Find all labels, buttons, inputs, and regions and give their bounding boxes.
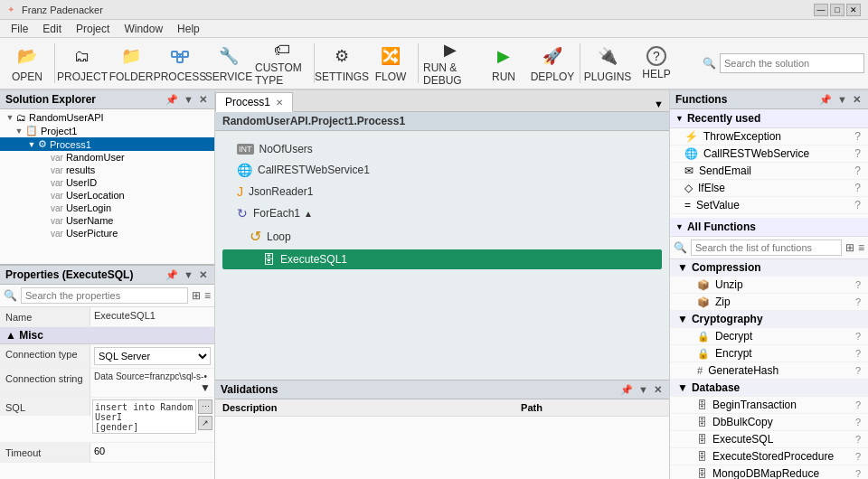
help-icon[interactable]: ?: [855, 399, 861, 410]
help-icon[interactable]: ?: [854, 182, 861, 194]
category-cryptography[interactable]: ▼ Cryptography: [670, 311, 868, 328]
tree-item-userlocation[interactable]: var UserLocation: [0, 189, 214, 202]
help-icon[interactable]: ?: [854, 130, 861, 143]
folder-button[interactable]: 📁 FOLDER: [108, 40, 155, 87]
tree-item-userid[interactable]: var UserID: [0, 176, 214, 189]
menu-window[interactable]: Window: [117, 21, 170, 37]
sort-icon[interactable]: ⊞: [192, 289, 201, 302]
func-begintransaction[interactable]: 🗄 BeginTransaction ?: [670, 397, 868, 414]
category-compression[interactable]: ▼ Compression: [670, 259, 868, 277]
func-executestoredprocedure[interactable]: 🗄 ExecuteStoredProcedure ?: [670, 448, 868, 465]
sql-edit-btn[interactable]: ⋯: [198, 399, 212, 414]
process-button[interactable]: PROCESS: [156, 40, 203, 87]
all-functions-header[interactable]: ▼ All Functions: [670, 218, 868, 237]
connection-type-select[interactable]: SQL Server MySQL Oracle SQLite: [94, 347, 211, 365]
func-sendemail[interactable]: ✉ SendEmail ?: [670, 163, 868, 180]
prop-value-timeout[interactable]: [90, 443, 214, 462]
func-ifelse[interactable]: ◇ IfElse ?: [670, 180, 868, 197]
prop-value-connection-type[interactable]: SQL Server MySQL Oracle SQLite: [90, 344, 214, 368]
pin-btn[interactable]: 📌: [618, 384, 635, 396]
tree-item-results[interactable]: var results: [0, 164, 214, 176]
func-decrypt[interactable]: 🔒 Decrypt ?: [670, 328, 868, 345]
prop-section-misc[interactable]: ▲ Misc: [0, 327, 214, 344]
menu-project[interactable]: Project: [69, 21, 117, 37]
service-button[interactable]: 🔧 SERVICE: [205, 40, 252, 87]
help-icon[interactable]: ?: [855, 468, 861, 479]
collapse-btn[interactable]: ▼: [835, 94, 849, 106]
pin-btn[interactable]: 📌: [164, 269, 180, 281]
func-encrypt[interactable]: 🔒 Encrypt ?: [670, 345, 868, 362]
property-search-input[interactable]: [21, 287, 188, 304]
functions-search-input[interactable]: [691, 240, 842, 256]
func-executesql[interactable]: 🗄 ExecuteSQL ?: [670, 431, 868, 448]
func-generatehash[interactable]: # GenerateHash ?: [670, 362, 868, 380]
tree-item-userlogin[interactable]: var UserLogin: [0, 202, 214, 214]
close-panel-btn[interactable]: ✕: [652, 384, 664, 396]
open-button[interactable]: 📂 OPEN: [4, 40, 51, 87]
close-btn[interactable]: ✕: [846, 4, 861, 16]
help-icon[interactable]: ?: [855, 331, 861, 342]
search-input[interactable]: [720, 53, 864, 73]
help-icon[interactable]: ?: [855, 451, 861, 462]
custom-type-button[interactable]: 🏷 CUSTOM TYPE: [254, 40, 310, 87]
sql-expand-btn[interactable]: ↗: [198, 416, 212, 430]
run-button[interactable]: ▶ RUN: [480, 40, 527, 87]
sort-icon[interactable]: ⊞: [845, 241, 854, 254]
node-noofusers[interactable]: INT NoOfUsers: [222, 140, 662, 158]
help-icon[interactable]: ?: [855, 417, 861, 427]
deploy-button[interactable]: 🚀 DEPLOY: [529, 40, 576, 87]
tab-process1[interactable]: Process1 ✕: [215, 92, 293, 112]
close-panel-btn[interactable]: ✕: [197, 94, 209, 106]
func-callrestwebservice[interactable]: 🌐 CallRESTWebService ?: [670, 146, 868, 163]
filter-icon[interactable]: ≡: [204, 289, 211, 302]
minimize-btn[interactable]: —: [814, 4, 828, 16]
close-panel-btn[interactable]: ✕: [851, 94, 863, 106]
close-panel-btn[interactable]: ✕: [197, 269, 209, 281]
collapse-btn[interactable]: ▼: [182, 94, 195, 106]
func-throwexception[interactable]: ⚡ ThrowException ?: [670, 128, 868, 146]
node-loop[interactable]: ↺ Loop: [222, 225, 662, 248]
collapse-btn[interactable]: ▼: [182, 269, 195, 281]
tree-item-username[interactable]: var UserName: [0, 214, 214, 227]
pin-btn[interactable]: 📌: [817, 94, 834, 106]
tab-close-btn[interactable]: ✕: [276, 98, 283, 108]
node-executesql[interactable]: 🗄 ExecuteSQL1: [222, 249, 662, 269]
maximize-btn[interactable]: □: [830, 4, 844, 16]
plugins-button[interactable]: 🔌 PLUGINS: [584, 40, 631, 87]
node-callrestwebservice[interactable]: 🌐 CallRESTWebService1: [222, 160, 662, 180]
run-debug-button[interactable]: ▶ RUN & DEBUG: [422, 40, 478, 87]
help-button[interactable]: ? HELP: [633, 40, 680, 87]
help-icon[interactable]: ?: [855, 296, 861, 307]
pin-btn[interactable]: 📌: [164, 94, 180, 106]
node-jsonreader[interactable]: J JsonReader1: [222, 182, 662, 202]
menu-file[interactable]: File: [4, 21, 35, 37]
func-mongodbmapreduce[interactable]: 🗄 MongoDBMapReduce ?: [670, 465, 868, 479]
node-foreach[interactable]: ↻ ForEach1 ▲: [222, 203, 662, 223]
help-icon[interactable]: ?: [855, 279, 861, 290]
help-icon[interactable]: ?: [854, 199, 861, 211]
help-icon[interactable]: ?: [855, 348, 861, 359]
collapse-btn[interactable]: ▼: [637, 384, 650, 396]
func-unzip[interactable]: 📦 Unzip ?: [670, 277, 868, 294]
tree-item-process1[interactable]: ▼ ⚙ Process1: [0, 137, 214, 151]
recently-used-header[interactable]: ▼ Recently used: [670, 109, 868, 128]
help-icon[interactable]: ?: [854, 164, 861, 177]
help-icon[interactable]: ?: [855, 434, 861, 445]
func-setvalue[interactable]: = SetValue ?: [670, 197, 868, 214]
tree-item-project1[interactable]: ▼ 📋 Project1: [0, 124, 214, 137]
menu-help[interactable]: Help: [170, 21, 207, 37]
flow-button[interactable]: 🔀 FLOW: [367, 40, 414, 87]
connection-string-btn[interactable]: ▼: [200, 381, 211, 394]
menu-edit[interactable]: Edit: [35, 21, 69, 37]
prop-value-sql[interactable]: insert into RandomUserI[gender],[title] …: [90, 398, 214, 436]
help-icon[interactable]: ?: [855, 365, 861, 376]
tree-item-randomuserapi[interactable]: ▼ 🗂 RandomUserAPI: [0, 111, 214, 124]
tree-item-randomuser[interactable]: var RandomUser: [0, 151, 214, 164]
filter-icon[interactable]: ≡: [858, 241, 864, 254]
category-database[interactable]: ▼ Database: [670, 380, 868, 397]
project-button[interactable]: 🗂 PROJECT: [59, 40, 106, 87]
func-zip[interactable]: 📦 Zip ?: [670, 294, 868, 311]
help-icon[interactable]: ?: [854, 147, 861, 160]
tab-arrow[interactable]: ▼: [648, 97, 669, 111]
func-dbbulkcopy[interactable]: 🗄 DbBulkCopy ?: [670, 414, 868, 431]
